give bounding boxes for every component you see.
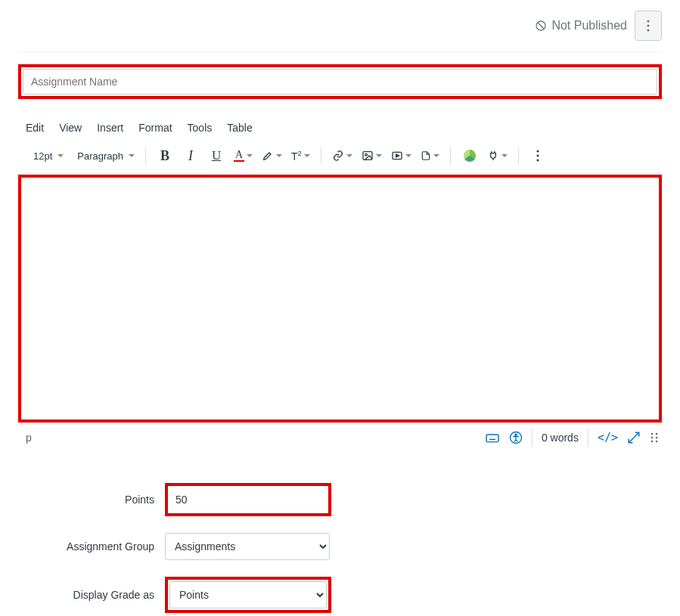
word-count[interactable]: 0 words — [542, 432, 579, 444]
points-label: Points — [18, 494, 154, 506]
expand-icon — [627, 431, 641, 444]
display-grade-select[interactable]: Points — [169, 581, 327, 608]
superscript-icon: T2 — [291, 150, 302, 163]
svg-rect-12 — [486, 435, 498, 442]
document-icon — [421, 150, 431, 162]
svg-point-21 — [656, 433, 658, 435]
toolbar-more-button[interactable] — [526, 144, 549, 167]
editor-menubar: Edit View Insert Format Tools Table — [18, 113, 662, 140]
publish-status: Not Published — [535, 19, 627, 33]
text-color-button[interactable]: A — [231, 144, 256, 167]
editor-content-area[interactable] — [21, 178, 659, 419]
kebab-icon — [647, 20, 650, 32]
plug-icon — [487, 150, 499, 162]
fullscreen-button[interactable] — [627, 431, 641, 444]
image-icon — [362, 150, 374, 162]
keyboard-shortcuts-button[interactable] — [485, 432, 500, 444]
editor-body-highlight — [18, 175, 662, 423]
media-button[interactable] — [388, 144, 415, 167]
prohibit-icon — [535, 20, 547, 32]
svg-point-19 — [515, 434, 517, 435]
svg-point-23 — [656, 437, 658, 439]
menu-tools[interactable]: Tools — [188, 122, 213, 134]
svg-point-22 — [651, 437, 654, 439]
accessibility-checker-button[interactable] — [509, 431, 523, 444]
display-grade-label: Display Grade as — [18, 589, 154, 601]
bold-icon: B — [160, 148, 169, 164]
svg-point-24 — [651, 441, 654, 443]
underline-icon: U — [212, 148, 221, 163]
assignment-group-row: Assignment Group Assignments — [18, 533, 662, 560]
svg-rect-5 — [363, 152, 372, 160]
html-editor-toggle[interactable]: </> — [598, 431, 618, 444]
svg-point-3 — [647, 24, 649, 26]
text-color-icon: A — [234, 150, 244, 162]
italic-icon: I — [188, 148, 193, 164]
link-button[interactable] — [329, 144, 356, 167]
link-icon — [332, 150, 344, 162]
menu-format[interactable]: Format — [138, 122, 172, 134]
svg-point-6 — [365, 153, 367, 156]
italic-button[interactable]: I — [179, 144, 202, 167]
editor-toolbar: 12pt Paragraph B I U A T2 — [18, 140, 662, 175]
header-row: Not Published — [18, 8, 662, 52]
svg-point-10 — [536, 155, 539, 157]
assignment-name-highlight — [18, 64, 662, 99]
assignment-name-input[interactable] — [23, 69, 657, 94]
toolbar-separator — [518, 147, 519, 165]
menu-view[interactable]: View — [59, 122, 82, 134]
publish-status-text: Not Published — [551, 19, 627, 33]
apps-button[interactable] — [458, 144, 481, 167]
kebab-icon — [536, 150, 539, 162]
display-grade-row: Display Grade as Points — [18, 577, 662, 613]
image-button[interactable] — [359, 144, 385, 167]
more-options-button[interactable] — [635, 11, 662, 41]
highlight-color-button[interactable] — [259, 144, 285, 167]
svg-point-11 — [536, 159, 539, 162]
block-format-dropdown[interactable]: Paragraph — [70, 144, 138, 167]
svg-point-9 — [536, 150, 539, 153]
bold-button[interactable]: B — [154, 144, 176, 167]
editor-status-bar: p 0 words </> — [18, 423, 662, 453]
drag-dots-icon — [650, 432, 659, 444]
menu-edit[interactable]: Edit — [26, 122, 44, 134]
menu-table[interactable]: Table — [227, 122, 252, 134]
font-size-dropdown[interactable]: 12pt — [26, 144, 67, 167]
points-row: Points — [18, 483, 662, 516]
status-separator — [588, 429, 588, 447]
svg-point-4 — [647, 29, 649, 31]
keyboard-icon — [485, 432, 500, 444]
apps-icon — [464, 150, 476, 162]
svg-line-1 — [538, 23, 544, 29]
element-path[interactable]: p — [21, 432, 477, 444]
assignment-group-label: Assignment Group — [18, 540, 154, 553]
svg-point-25 — [656, 441, 658, 443]
svg-marker-8 — [396, 154, 399, 157]
superscript-button[interactable]: T2 — [288, 144, 313, 167]
toolbar-separator — [321, 147, 321, 165]
svg-point-2 — [647, 20, 649, 22]
media-icon — [391, 150, 403, 162]
menu-insert[interactable]: Insert — [97, 122, 123, 134]
document-button[interactable] — [418, 144, 442, 167]
toolbar-separator — [145, 147, 146, 165]
svg-point-20 — [651, 433, 654, 435]
accessibility-icon — [509, 431, 523, 444]
toolbar-separator — [450, 147, 451, 165]
points-input[interactable] — [169, 488, 327, 512]
plugin-button[interactable] — [484, 144, 511, 167]
assignment-group-select[interactable]: Assignments — [165, 533, 330, 560]
resize-handle[interactable] — [650, 432, 659, 444]
underline-button[interactable]: U — [205, 144, 228, 167]
highlighter-icon — [262, 150, 274, 162]
status-separator — [532, 429, 533, 447]
